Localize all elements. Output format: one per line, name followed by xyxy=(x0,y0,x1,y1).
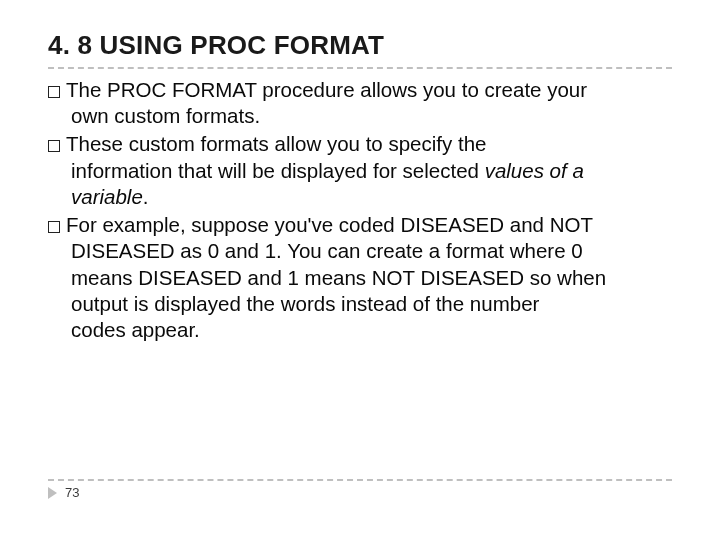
bullet-item: The PROC FORMAT procedure allows you to … xyxy=(48,77,672,129)
italic-phrase: values of a xyxy=(485,159,584,182)
bullet-text-cont: DISEASED as 0 and 1. You can create a fo… xyxy=(48,238,672,264)
bullet-item: For example, suppose you've coded DISEAS… xyxy=(48,212,672,343)
slide-title: 4. 8 USING PROC FORMAT xyxy=(48,30,672,61)
square-bullet-icon xyxy=(48,140,60,152)
square-bullet-icon xyxy=(48,221,60,233)
italic-phrase: variable xyxy=(71,185,143,208)
bullet-text-cont: own custom formats. xyxy=(48,103,672,129)
bullet-text-cont: output is displayed the words instead of… xyxy=(48,291,672,317)
bullet-text-cont: information that will be displayed for s… xyxy=(71,159,485,182)
bullet-text: The PROC FORMAT procedure allows you to … xyxy=(66,78,587,101)
title-rule xyxy=(48,67,672,69)
bullet-item: These custom formats allow you to specif… xyxy=(48,131,672,210)
slide-footer: 73 xyxy=(48,479,672,500)
bullet-text: These custom formats allow you to specif… xyxy=(66,132,486,155)
bullet-text-tail: . xyxy=(143,185,149,208)
square-bullet-icon xyxy=(48,86,60,98)
bullet-text-cont: means DISEASED and 1 means NOT DISEASED … xyxy=(48,265,672,291)
arrow-right-icon xyxy=(48,487,57,499)
bullet-list: The PROC FORMAT procedure allows you to … xyxy=(48,77,672,343)
page-number: 73 xyxy=(65,485,79,500)
bullet-text: For example, suppose you've coded DISEAS… xyxy=(66,213,593,236)
footer-rule xyxy=(48,479,672,481)
bullet-text-cont: codes appear. xyxy=(48,317,672,343)
